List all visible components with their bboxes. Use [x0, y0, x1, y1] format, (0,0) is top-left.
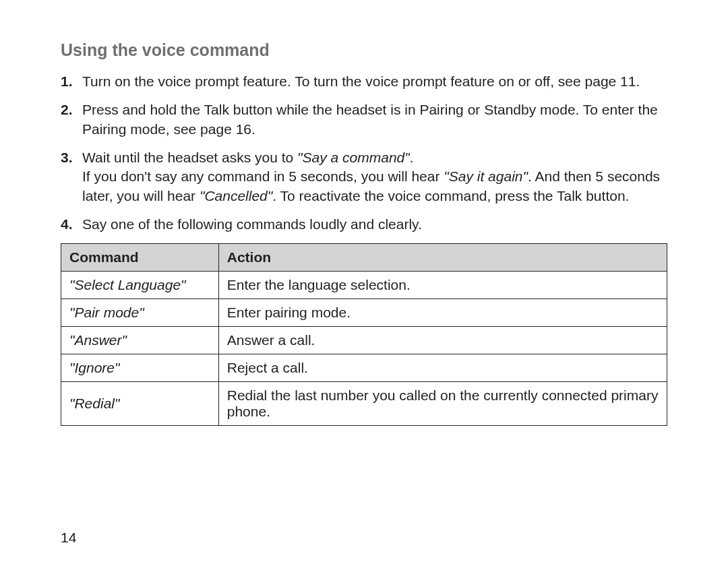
cell-command: "Select Language" [61, 272, 219, 299]
table-header-command: Command [61, 244, 219, 272]
table-header-action: Action [218, 244, 667, 272]
list-item-body: Wait until the headset asks you to "Say … [82, 148, 667, 206]
table-row: "Select Language" Enter the language sel… [61, 272, 667, 299]
list-marker: 2. [61, 100, 82, 139]
table-row: "Ignore" Reject a call. [61, 354, 667, 382]
list-item-body: Turn on the voice prompt feature. To tur… [82, 72, 667, 91]
command-table: Command Action "Select Language" Enter t… [61, 243, 667, 426]
list-item: 2. Press and hold the Talk button while … [61, 100, 667, 139]
list-marker: 4. [61, 215, 82, 234]
cell-action: Enter the language selection. [218, 272, 667, 299]
table-row: "Redial" Redial the last number you call… [61, 382, 667, 426]
cell-action: Answer a call. [218, 327, 667, 354]
numbered-list: 1. Turn on the voice prompt feature. To … [61, 72, 667, 234]
list-item-body: Say one of the following commands loudly… [82, 215, 667, 234]
table-row: "Pair mode" Enter pairing mode. [61, 299, 667, 327]
table-row: "Answer" Answer a call. [61, 327, 667, 354]
list-item: 4. Say one of the following commands lou… [61, 215, 667, 234]
section-heading: Using the voice command [61, 40, 667, 60]
list-marker: 3. [61, 148, 82, 206]
cell-action: Enter pairing mode. [218, 299, 667, 327]
cell-command: "Ignore" [61, 354, 219, 382]
cell-command: "Redial" [61, 382, 219, 426]
list-item-body: Press and hold the Talk button while the… [82, 100, 667, 139]
table-header-row: Command Action [61, 244, 667, 272]
list-marker: 1. [61, 72, 82, 91]
list-item: 3. Wait until the headset asks you to "S… [61, 148, 667, 206]
cell-action: Reject a call. [218, 354, 667, 382]
cell-action: Redial the last number you called on the… [218, 382, 667, 426]
cell-command: "Pair mode" [61, 299, 219, 327]
list-item: 1. Turn on the voice prompt feature. To … [61, 72, 667, 91]
cell-command: "Answer" [61, 327, 219, 354]
page-number: 14 [61, 530, 76, 546]
